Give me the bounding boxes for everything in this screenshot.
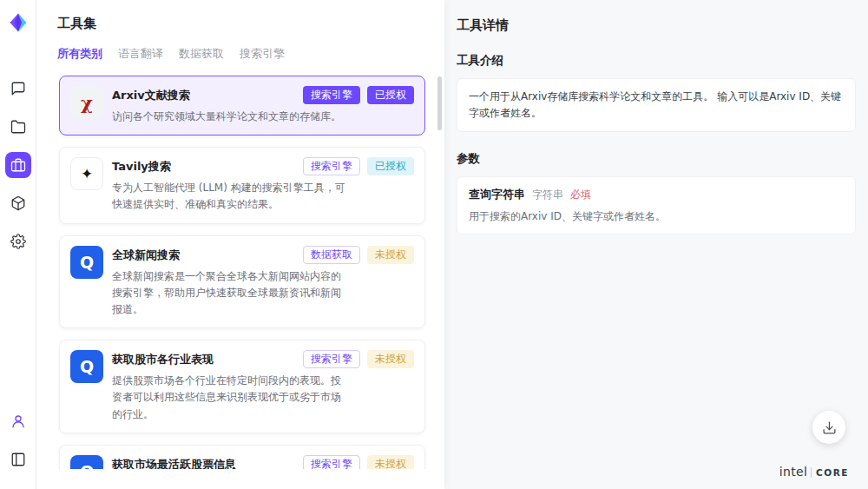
tool-icon-glyph: ✦: [81, 165, 93, 182]
param-type: 字符串: [532, 188, 563, 202]
tool-name: 获取股市各行业表现: [112, 350, 214, 367]
tool-status-badge: 未授权: [367, 246, 414, 264]
tool-category-badge: 搜索引擎: [303, 157, 360, 175]
tool-status-badge: 未授权: [367, 455, 414, 469]
intro-card: 一个用于从Arxiv存储库搜索科学论文和文章的工具。 输入可以是Arxiv ID…: [457, 78, 856, 132]
params-section-title: 参数: [457, 151, 856, 167]
chat-icon[interactable]: [5, 76, 31, 102]
tool-category-badge: 数据获取: [303, 246, 360, 264]
param-card: 查询字符串 字符串 必填 用于搜索的Arxiv ID、关键字或作者姓名。: [457, 176, 856, 235]
tool-icon-glyph: χ: [81, 92, 93, 114]
tool-description: 访问各个研究领域大量科学论文和文章的存储库。: [112, 109, 348, 125]
tool-card[interactable]: Q 全球新闻搜索 数据获取 未授权 全球新闻搜索是一个聚合全球各大新闻网站内容的…: [59, 235, 425, 329]
tool-description: 提供股票市场各个行业在特定时间段内的表现。投资者可以利用这些信息来识别表现优于或…: [112, 373, 348, 423]
tool-card[interactable]: Q 获取股市各行业表现 搜索引擎 未授权 提供股票市场各个行业在特定时间段内的表…: [59, 340, 425, 433]
download-button[interactable]: [812, 411, 845, 444]
tool-status-badge: 未授权: [367, 350, 414, 368]
folder-icon[interactable]: [5, 114, 31, 140]
tool-category-badge: 搜索引擎: [303, 455, 360, 469]
tool-detail-panel: 工具详情 工具介绍 一个用于从Arxiv存储库搜索科学论文和文章的工具。 输入可…: [444, 0, 868, 489]
tool-list-panel: 工具集 所有类别语言翻译数据获取搜索引擎 χ Arxiv文献搜索 搜索引擎 已授…: [36, 0, 444, 489]
intel-core-logo: intel CORE: [779, 465, 849, 479]
tab-0[interactable]: 所有类别: [57, 46, 102, 62]
tool-list-title: 工具集: [57, 16, 444, 32]
tool-status-badge: 已授权: [367, 86, 414, 104]
tool-list-scrollbar[interactable]: [437, 76, 442, 480]
tab-2[interactable]: 数据获取: [179, 46, 224, 62]
param-description: 用于搜索的Arxiv ID、关键字或作者姓名。: [469, 209, 844, 224]
param-name: 查询字符串: [469, 187, 525, 202]
tool-name: 获取市场最活跃股票信息: [112, 455, 236, 469]
app-root: 工具集 所有类别语言翻译数据获取搜索引擎 χ Arxiv文献搜索 搜索引擎 已授…: [0, 0, 868, 489]
tab-1[interactable]: 语言翻译: [118, 46, 163, 62]
tool-name: Tavily搜索: [112, 157, 171, 175]
user-profile-icon[interactable]: [5, 408, 31, 434]
core-wordmark: CORE: [811, 467, 849, 478]
tool-card[interactable]: χ Arxiv文献搜索 搜索引擎 已授权 访问各个研究领域大量科学论文和文章的存…: [59, 76, 425, 135]
category-tabs: 所有类别语言翻译数据获取搜索引擎: [57, 46, 444, 62]
intro-text: 一个用于从Arxiv存储库搜索科学论文和文章的工具。 输入可以是Arxiv ID…: [469, 89, 844, 122]
tool-name: 全球新闻搜索: [112, 246, 180, 263]
q-blue-icon: Q: [70, 350, 103, 383]
tools-briefcase-icon[interactable]: [5, 152, 31, 178]
tab-3[interactable]: 搜索引擎: [240, 46, 285, 62]
panel-toggle-icon[interactable]: [5, 446, 31, 472]
tool-icon-glyph: Q: [80, 462, 94, 469]
tool-list: χ Arxiv文献搜索 搜索引擎 已授权 访问各个研究领域大量科学论文和文章的存…: [57, 74, 444, 469]
settings-gear-icon[interactable]: [5, 228, 31, 254]
tool-card[interactable]: ✦ Tavily搜索 搜索引擎 已授权 专为人工智能代理 (LLM) 构建的搜索…: [59, 147, 425, 223]
tool-category-badge: 搜索引擎: [303, 86, 360, 104]
tool-icon-glyph: Q: [80, 357, 94, 376]
app-logo-icon: [8, 12, 29, 33]
tool-icon-glyph: Q: [80, 253, 94, 272]
tool-description: 全球新闻搜索是一个聚合全球各大新闻网站内容的搜索引擎，帮助用户快速获取全球最新资…: [112, 268, 348, 319]
tool-description: 专为人工智能代理 (LLM) 构建的搜索引擎工具，可快速提供实时、准确和真实的结…: [112, 180, 348, 213]
sidebar: [0, 0, 36, 489]
download-icon: [822, 420, 837, 435]
arxiv-icon: χ: [70, 86, 103, 119]
param-required-badge: 必填: [570, 188, 591, 202]
cube-icon[interactable]: [5, 190, 31, 216]
tool-name: Arxiv文献搜索: [112, 86, 190, 103]
intro-section-title: 工具介绍: [457, 53, 856, 69]
q-blue-icon: Q: [70, 455, 103, 469]
tool-card[interactable]: Q 获取市场最活跃股票信息 搜索引擎 未授权 提供当天交易量最高的股票列表，投资…: [59, 445, 425, 469]
tool-status-badge: 已授权: [367, 157, 414, 175]
q-blue-icon: Q: [70, 246, 103, 279]
detail-title: 工具详情: [457, 17, 856, 34]
tool-category-badge: 搜索引擎: [303, 350, 360, 368]
sparkle-icon: ✦: [70, 157, 103, 190]
scrollbar-thumb[interactable]: [437, 76, 442, 130]
intel-wordmark: intel: [779, 465, 807, 479]
